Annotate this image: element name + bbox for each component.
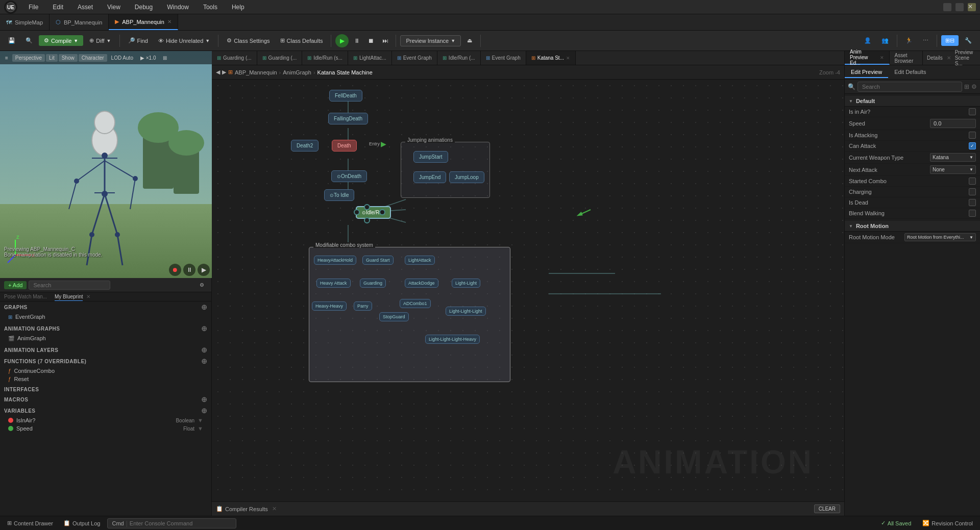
right-tab-animpreview[interactable]: Anim Preview Ed... ✕ [845,51,890,65]
is-attacking-checkbox[interactable] [969,132,976,139]
graph-tab-eventgraph2[interactable]: ⊞ Event Graph [481,51,526,65]
console-command-input[interactable] [130,520,232,526]
node-jumpstart[interactable]: JumpStart [413,151,448,163]
node-guarding[interactable]: Guarding [360,279,386,288]
tab-abp-close[interactable]: ✕ [167,19,172,24]
breadcrumb-nav-back[interactable]: ◀ [216,69,220,75]
toolbar-active-button[interactable]: ⊞⊟ [941,35,959,46]
bp-item-continuecombo[interactable]: ƒ ContinueCombo [0,367,211,375]
node-death[interactable]: Death [332,140,357,152]
vp-expand-button[interactable]: ⊞ [160,54,170,62]
tab-bp-mannequin[interactable]: ⬡ BP_Mannequin [50,14,109,30]
graph-tab-guarding2[interactable]: ⊞ Guarding (... [257,51,303,65]
vp-character-button[interactable]: Character [79,54,107,62]
root-motion-mode-select[interactable]: Root Motion from Everythi... ▼ [904,233,976,241]
diff-button[interactable]: ⊕ Diff ▼ [85,35,115,46]
node-lightlightlightheavy[interactable]: Light-Light-Light-Heavy [425,335,480,344]
bp-item-eventgraph[interactable]: ⊞ EventGraph [0,313,211,321]
graph-tab-guarding1[interactable]: ⊞ Guarding (... [212,51,257,65]
node-ondeath[interactable]: ⊙ OnDeath [331,170,367,182]
connector-idlerun-down[interactable] [364,217,370,223]
detail-section-rootmotion-header[interactable]: Root Motion [845,221,980,232]
menu-view[interactable]: View [104,3,124,12]
breadcrumb-part2[interactable]: AnimGraph [283,69,311,75]
graph-canvas[interactable]: FellDeath FallingDeath Death2 Death Entr… [212,80,844,501]
weapon-type-select[interactable]: Katana ▼ [930,153,976,162]
eject-button[interactable]: ⏏ [463,35,476,46]
bp-graphs-add[interactable]: ⊕ [201,303,208,311]
maximize-button[interactable] [955,3,964,11]
vp-pause-button[interactable]: ⏸ [183,264,195,276]
speed-expand[interactable]: ▼ [198,425,203,432]
content-drawer-button[interactable]: ⊞ Content Drawer [4,519,56,527]
class-settings-button[interactable]: ⚙ Class Settings [223,35,274,46]
bp-animlayers-header[interactable]: ANIMATION LAYERS ⊕ [0,344,211,356]
compiler-results-label[interactable]: Compiler Results [225,506,268,512]
toolbar-settings-button[interactable]: 🔧 [961,35,976,46]
node-toidle[interactable]: ⊙ To Idle [324,189,354,201]
node-guardstart[interactable]: Guard Start [362,256,394,265]
sub-tab-edit-preview[interactable]: Edit Preview [845,67,888,78]
vp-x10-button[interactable]: ▶ ×1.0 [137,54,159,62]
right-search-input[interactable] [857,82,962,92]
bp-var-isinair[interactable]: IsInAir? Boolean ▼ [0,416,211,424]
compiler-results-close[interactable]: ✕ [272,506,277,512]
node-jumploop[interactable]: JumpLoop [449,171,484,183]
bp-interfaces-header[interactable]: INTERFACES [0,385,211,394]
node-jumpend[interactable]: JumpEnd [413,171,446,183]
bp-animgraphs-add[interactable]: ⊕ [201,324,208,333]
right-search-settings[interactable]: ⚙ [971,83,977,90]
toolbar-collab-button[interactable]: 👥 [877,35,893,46]
node-heavyattack[interactable]: Heavy Attack [316,279,351,288]
skip-button[interactable]: ⏭ [379,35,391,47]
stop-button[interactable]: ⏹ [365,35,377,47]
vp-lod-button[interactable]: LOD Auto [108,54,136,62]
revision-control-button[interactable]: 🔀 Revision Control [919,519,976,527]
menu-file[interactable]: File [26,3,41,12]
bp-add-button[interactable]: + Add [4,281,27,289]
graph-tab-katana[interactable]: ⊞ Katana St... ✕ [526,51,576,65]
bp-functions-header[interactable]: FUNCTIONS (7 OVERRIDABLE) ⊕ [0,356,211,367]
node-adcombo1[interactable]: ADCombo1 [400,299,431,308]
node-stopguard[interactable]: StopGuard [379,312,409,321]
my-blueprint-close[interactable]: ✕ [86,294,90,299]
bp-item-animgraph[interactable]: 🎬 AnimGraph [0,334,211,342]
bp-settings-button[interactable]: ⚙ [197,281,207,289]
clear-button[interactable]: CLEAR [814,504,840,513]
play-button[interactable]: ▶ [335,34,349,47]
blend-walking-checkbox[interactable] [969,210,976,217]
bp-graphs-header[interactable]: GRAPHS ⊕ [0,301,211,313]
node-idlerun[interactable]: ⊙ Idle/Run [356,206,391,219]
details-tab-close[interactable]: ✕ [947,55,951,61]
charging-checkbox[interactable] [969,188,976,195]
toolbar-user-button[interactable]: 👤 [860,35,875,46]
can-attack-checkbox[interactable]: ✓ [969,142,976,149]
bp-animlayers-add[interactable]: ⊕ [201,346,208,354]
bp-item-reset[interactable]: ƒ Reset [0,375,211,383]
started-combo-checkbox[interactable] [969,178,976,185]
hide-unrelated-button[interactable]: 👁 Hide Unrelated ▼ [154,36,214,46]
bp-variables-header[interactable]: VARIABLES ⊕ [0,405,211,416]
next-attack-select[interactable]: None ▼ [930,165,976,174]
bp-var-speed[interactable]: Speed Float ▼ [0,424,211,433]
save-button[interactable]: 💾 [4,35,19,46]
is-in-air-checkbox[interactable] [969,108,976,115]
menu-asset[interactable]: Asset [75,3,96,12]
vp-perspective-button[interactable]: Perspective [12,54,45,62]
bp-macros-header[interactable]: MACROS ⊕ [0,394,211,405]
connector-idlerun-left[interactable] [354,209,360,215]
vp-show-button[interactable]: Show [59,54,78,62]
vp-lit-button[interactable]: Lit [46,54,58,62]
bp-variables-add[interactable]: ⊕ [201,407,208,415]
preview-instance-button[interactable]: Preview Instance ▼ [400,35,461,46]
find-in-bp-button[interactable]: 🔍 [21,35,37,46]
menu-debug[interactable]: Debug [132,3,156,12]
vp-play-button[interactable]: ▶ [198,264,210,276]
sub-tab-edit-defaults[interactable]: Edit Defaults [888,67,932,78]
my-blueprint-tab[interactable]: My Blueprint [55,294,83,301]
graph-tab-idlerun1[interactable]: ⊞ Idle/Run (s... [302,51,348,65]
find-button[interactable]: 🔎 Find [124,35,152,46]
output-log-button[interactable]: 📋 Output Log [60,519,103,527]
connector-idlerun-up[interactable] [364,204,370,210]
bp-functions-add[interactable]: ⊕ [201,357,208,365]
